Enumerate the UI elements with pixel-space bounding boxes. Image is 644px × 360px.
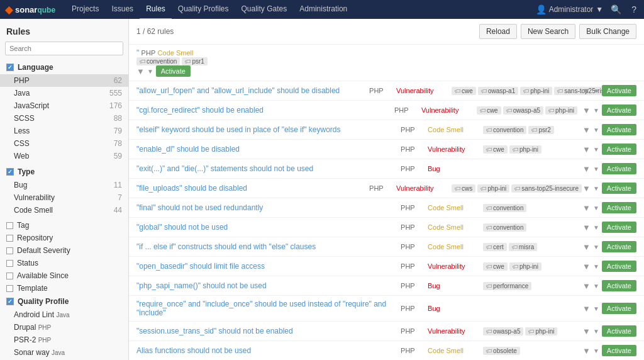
reload-button[interactable]: Reload — [479, 24, 517, 39]
filter-icon[interactable]: ▼ — [582, 203, 591, 213]
language-item-web[interactable]: Web59 — [0, 150, 128, 162]
rule-name[interactable]: "enable_dl" should be disabled — [136, 145, 396, 154]
nav-rules[interactable]: Rules — [140, 0, 172, 20]
rule-name[interactable]: "session.use_trans_sid" should not be en… — [136, 327, 396, 335]
rule-name[interactable]: "cgi.force_redirect" should be enabled — [136, 106, 389, 115]
filter-icon[interactable]: ▼ — [582, 262, 591, 271]
chevron-down-icon[interactable]: ▼ — [593, 328, 599, 335]
activate-button[interactable]: Activate — [602, 124, 636, 135]
language-item-css[interactable]: CSS78 — [0, 137, 128, 150]
status-checkbox[interactable] — [6, 260, 13, 267]
filter-icon[interactable]: ▼ — [582, 145, 591, 154]
chevron-down-icon[interactable]: ▼ — [593, 224, 599, 231]
activate-button[interactable]: Activate — [602, 222, 636, 233]
language-item-scss[interactable]: SCSS88 — [0, 112, 128, 125]
activate-button[interactable]: Activate — [602, 280, 636, 291]
type-checkbox[interactable] — [6, 168, 14, 176]
available-since-checkbox[interactable] — [6, 273, 13, 279]
profile-android-lint[interactable]: Android Lint Java — [0, 308, 128, 321]
language-checkbox[interactable] — [6, 64, 14, 71]
language-item-javascript[interactable]: JavaScript176 — [0, 99, 128, 112]
chevron-down-icon[interactable]: ▼ — [593, 347, 599, 354]
quality-profile-checkbox[interactable] — [6, 298, 14, 305]
template-checkbox[interactable] — [6, 285, 13, 292]
activate-button[interactable]: Activate — [602, 261, 636, 272]
activate-button[interactable]: Activate — [602, 183, 636, 194]
repository-checkbox[interactable] — [6, 235, 13, 242]
type-section-header[interactable]: Type — [0, 165, 128, 179]
language-item-java[interactable]: Java555 — [0, 87, 128, 99]
rule-name[interactable]: "file_uploads" should be disabled — [136, 184, 364, 193]
activate-button[interactable]: Activate — [602, 303, 636, 314]
filter-icon[interactable]: ▼ — [582, 125, 591, 135]
chevron-down-icon[interactable]: ▼ — [593, 107, 599, 114]
tag-checkbox[interactable] — [6, 222, 13, 229]
chevron-down-icon[interactable]: ▼ — [593, 127, 599, 133]
type-item-vulnerability[interactable]: Vulnerability7 — [0, 191, 128, 204]
rule-name[interactable]: "elseif" keyword should be used in place… — [136, 125, 396, 134]
filter-icon[interactable]: ▼ — [582, 164, 591, 174]
type-item-code-smell[interactable]: Code Smell44 — [0, 204, 128, 217]
activate-button[interactable]: Activate — [602, 104, 636, 116]
language-section-header[interactable]: Language — [0, 60, 128, 74]
rule-name[interactable]: "require_once" and "include_once" should… — [136, 300, 396, 317]
activate-button[interactable]: Activate — [602, 202, 636, 213]
rule-name[interactable]: Alias functions should not be used — [136, 346, 396, 355]
rule-name[interactable]: "final" should not be used redundantly — [136, 203, 396, 212]
rule-name[interactable]: "exit(...)" and "die(...)" statements sh… — [136, 164, 396, 173]
rule-name[interactable]: "php_sapi_name()" should not be used — [136, 281, 396, 290]
nav-administration[interactable]: Administration — [293, 0, 353, 20]
filter-icon[interactable]: ▼ — [136, 67, 145, 76]
chevron-down-icon[interactable]: ▼ — [593, 244, 599, 250]
chevron-down-icon[interactable]: ▼ — [593, 263, 599, 270]
chevron-down-icon[interactable]: ▼ — [593, 185, 599, 192]
rule-name[interactable]: "global" should not be used — [136, 223, 396, 232]
language-item-php[interactable]: PHP62 — [0, 74, 128, 87]
activate-button[interactable]: Activate — [602, 241, 636, 252]
available-since-filter[interactable]: Available Since — [0, 269, 128, 282]
profile-sonar-way-java[interactable]: Sonar way Java — [0, 346, 128, 359]
rule-name[interactable]: " PHP Code Smell 🏷convention🏷psr1 ▼ ▼ Ac… — [136, 48, 636, 77]
nav-projects[interactable]: Projects — [65, 0, 105, 20]
search-button[interactable]: 🔍 — [608, 4, 624, 14]
nav-quality-profiles[interactable]: Quality Profiles — [172, 0, 235, 20]
search-input[interactable] — [5, 42, 123, 55]
tag-filter[interactable]: Tag — [0, 219, 128, 232]
rule-name[interactable]: "open_basedir" should limit file access — [136, 262, 396, 271]
profile-drupal[interactable]: Drupal PHP — [0, 321, 128, 334]
nav-quality-gates[interactable]: Quality Gates — [235, 0, 294, 20]
chevron-down-icon[interactable]: ▼ — [593, 283, 599, 290]
profile-psr2[interactable]: PSR-2 PHP — [0, 334, 128, 346]
filter-icon[interactable]: ▼ — [582, 184, 591, 193]
help-button[interactable]: ? — [629, 4, 639, 14]
filter-icon[interactable]: ▼ — [582, 346, 591, 356]
filter-icon[interactable]: ▼ — [582, 242, 591, 252]
chevron-down-icon[interactable]: ▼ — [593, 146, 599, 153]
new-search-button[interactable]: New Search — [521, 24, 575, 39]
repository-filter[interactable]: Repository — [0, 232, 128, 244]
activate-button[interactable]: Activate — [156, 65, 191, 77]
filter-icon[interactable]: ▼ — [582, 106, 591, 115]
chevron-down-icon[interactable]: ▼ — [593, 205, 599, 211]
template-filter[interactable]: Template — [0, 282, 128, 295]
quality-profile-section-header[interactable]: Quality Profile — [0, 295, 128, 308]
activate-button[interactable]: Activate — [602, 143, 636, 155]
rule-name[interactable]: "allow_url_fopen" and "allow_url_include… — [136, 86, 364, 95]
bulk-change-button[interactable]: Bulk Change — [579, 24, 636, 39]
default-severity-filter[interactable]: Default Severity — [0, 244, 128, 257]
language-item-less[interactable]: Less79 — [0, 125, 128, 137]
chevron-down-icon[interactable]: ▼ — [593, 87, 599, 94]
filter-icon[interactable]: ▼ — [582, 327, 591, 336]
filter-icon[interactable]: ▼ — [582, 281, 591, 291]
nav-issues[interactable]: Issues — [105, 0, 140, 20]
chevron-down-icon[interactable]: ▼ — [593, 166, 599, 172]
activate-button[interactable]: Activate — [602, 85, 636, 96]
status-filter[interactable]: Status — [0, 257, 128, 269]
type-item-bug[interactable]: Bug11 — [0, 179, 128, 191]
chevron-down-icon[interactable]: ▼ — [593, 305, 599, 312]
activate-button[interactable]: Activate — [602, 325, 636, 337]
activate-button[interactable]: Activate — [602, 345, 636, 356]
filter-icon[interactable]: ▼ — [582, 223, 591, 232]
filter-icon[interactable]: ▼ — [582, 86, 591, 96]
default-severity-checkbox[interactable] — [6, 247, 13, 254]
